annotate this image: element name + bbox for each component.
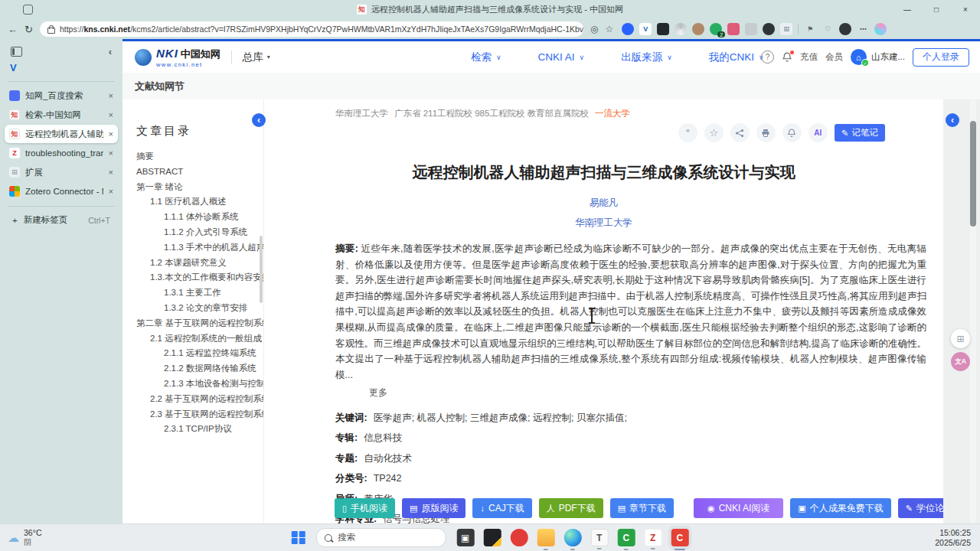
file-explorer-icon[interactable]	[537, 529, 554, 546]
toc-item[interactable]: 1.2 本课题研究意义	[122, 256, 263, 271]
toc-item[interactable]: ABSTRACT	[122, 165, 263, 180]
help-icon[interactable]: ?	[761, 51, 774, 64]
dark-app-extension-icon[interactable]	[657, 23, 669, 35]
task-view-icon[interactable]: ▣	[456, 529, 474, 546]
quick-tools-icon[interactable]: ⊞	[951, 329, 970, 348]
vertical-tabs-icon[interactable]	[11, 47, 22, 57]
alert-bell-icon[interactable]	[782, 123, 802, 142]
favorite-icon[interactable]: ☆	[704, 123, 724, 142]
share-icon[interactable]	[730, 123, 750, 142]
v-workspace-icon[interactable]: V	[0, 60, 122, 78]
toc-item[interactable]: 1.1 医疗机器人概述	[122, 194, 263, 210]
t-app-icon[interactable]: T	[590, 529, 608, 546]
toc-item[interactable]: 第二章 基于互联网的远程控制系统	[122, 316, 263, 331]
edge-browser-icon[interactable]	[564, 529, 581, 546]
tab-baidu-search[interactable]: 知网_百度搜索 ×	[5, 86, 118, 105]
nav-item[interactable]: CNKI AI ∨	[538, 51, 585, 64]
mobile-read-button[interactable]: ▯手机阅读	[335, 498, 395, 518]
ai-icon[interactable]: AI	[808, 123, 828, 142]
pdf-download-button[interactable]: 人PDF下载	[539, 498, 603, 518]
toc-item[interactable]: 1.1.2 介入式引导系统	[122, 225, 263, 240]
collapse-toc-icon[interactable]: ‹	[252, 113, 266, 127]
favorite-page-icon[interactable]: ☆	[605, 24, 613, 34]
toc-item[interactable]: 第一章 绪论	[122, 180, 263, 195]
toc-item[interactable]: 1.1.1 体外诊断系统	[122, 210, 263, 225]
thesis-submit-button[interactable]: ✎学位论文投稿	[898, 498, 943, 518]
url-input[interactable]: https://kns.cnki.net/kcms2/article/abstr…	[40, 21, 583, 37]
dark-cap-extension-icon[interactable]	[763, 23, 775, 35]
notes-app-icon[interactable]	[483, 529, 501, 546]
member-link[interactable]: 会员	[825, 51, 843, 63]
refresh-icon[interactable]: ↻	[24, 24, 33, 34]
page-scrollbar[interactable]	[970, 99, 976, 524]
red-circle-app-icon[interactable]	[510, 529, 528, 546]
tab-translator[interactable]: Z troubleshooting_translator ×	[5, 144, 118, 162]
toolbar-divider[interactable]	[798, 24, 799, 34]
cnki-ai-read-button[interactable]: ◉CNKI AI阅读	[694, 498, 783, 518]
tab-close-icon[interactable]: ×	[109, 187, 113, 196]
org-school[interactable]: 华南理工大学	[335, 108, 388, 119]
notification-bell-icon[interactable]	[782, 52, 792, 63]
nav-item[interactable]: 我的CNKI ∨	[709, 51, 764, 64]
original-read-button[interactable]: ▤原版阅读	[402, 498, 466, 518]
print-icon[interactable]	[756, 123, 776, 142]
more-link[interactable]: 更多	[369, 385, 926, 401]
tab-zotero-connector[interactable]: Zotero Connector - Micros ×	[5, 182, 118, 201]
toc-item[interactable]: 1.1.3 手术中的机器人超声系统	[122, 240, 263, 256]
toc-item[interactable]: 2.3.1 TCP/IP协议	[122, 422, 263, 437]
cnki-logo[interactable]: NKI中国知网 www.cnki.net	[135, 47, 220, 68]
login-button[interactable]: 个人登录	[913, 48, 969, 67]
new-tab-button[interactable]: + 新建标签页 Ctrl+T	[0, 210, 122, 230]
tab-close-icon[interactable]: ×	[109, 91, 113, 100]
taskbar-search[interactable]: 搜索	[315, 528, 446, 547]
toc-item[interactable]: 2.3 基于互联网的远程控制系统...	[122, 407, 263, 422]
lock-icon[interactable]	[47, 28, 55, 34]
taskbar-clock[interactable]: 15:06:25 2025/6/25	[935, 528, 971, 547]
profile-avatar-icon[interactable]	[839, 23, 851, 35]
back-icon[interactable]: ←	[8, 24, 18, 34]
toc-item[interactable]: 2.1.2 数据网络传输系统	[122, 361, 263, 377]
note-button[interactable]: ✎ 记笔记	[835, 124, 885, 142]
blue-circle-extension-icon[interactable]	[622, 23, 634, 35]
maximize-button[interactable]: □	[922, 0, 951, 19]
green-pin-extension-icon[interactable]: 2	[710, 23, 722, 35]
shield-heart-extension-icon[interactable]: ♡	[822, 23, 834, 35]
translate-icon[interactable]: 文A	[951, 352, 970, 371]
caj-viewer-icon[interactable]: C	[671, 529, 688, 546]
green-c-app-icon[interactable]: C	[617, 529, 635, 546]
toc-item[interactable]: 1.3.1 主要工作	[122, 285, 263, 301]
tab-extensions[interactable]: ⊞ 扩展 ×	[5, 163, 118, 181]
tab-close-icon[interactable]: ×	[109, 110, 113, 119]
swirl-extension-icon[interactable]	[675, 23, 687, 35]
v-extension-icon[interactable]: V	[639, 23, 652, 35]
tab-close-icon[interactable]: ×	[109, 148, 113, 158]
library-menu[interactable]: 总库 ▾	[243, 51, 270, 64]
toc-item[interactable]: 摘要	[122, 149, 263, 165]
nav-item[interactable]: 检索 ∨	[471, 51, 501, 64]
pink-extension-icon[interactable]	[727, 23, 740, 35]
tab-article-active[interactable]: 知 远程控制机器人辅助超声扫 ×	[5, 125, 118, 143]
more-menu-icon[interactable]: ⋯	[857, 23, 869, 35]
scrollbar-thumb[interactable]	[970, 121, 976, 227]
topup-link[interactable]: 充值	[800, 51, 818, 63]
reader-mode-icon[interactable]: ◎	[590, 24, 598, 34]
toc-item[interactable]: 2.1.3 本地设备检测与控制系统	[122, 377, 263, 392]
caj-download-button[interactable]: ↓CAJ下载	[472, 498, 531, 518]
toc-item[interactable]: 2.1.1 远程监控终端系统	[122, 346, 263, 361]
puzzle-extension-icon[interactable]: ⊞	[780, 23, 792, 35]
grey-extension-icon[interactable]	[745, 23, 757, 35]
affiliation-link[interactable]: 华南理工大学	[264, 217, 943, 230]
author-link[interactable]: 易能凡	[264, 197, 943, 210]
copilot-icon[interactable]	[874, 23, 887, 35]
zotero-icon[interactable]: Z	[644, 529, 662, 546]
expand-panel-icon[interactable]: ‹	[946, 113, 959, 127]
avatar-extension-icon[interactable]	[692, 23, 704, 35]
workspaces-icon[interactable]	[23, 5, 33, 15]
minimize-button[interactable]: —	[893, 0, 922, 19]
tab-cnki-search[interactable]: 知 检索-中国知网 ×	[5, 106, 118, 124]
institution-badge[interactable]: ⌂ ✓	[851, 49, 867, 65]
toc-scrollbar-thumb[interactable]	[260, 236, 263, 303]
tab-close-icon[interactable]: ×	[109, 168, 113, 177]
weather-widget[interactable]: ☁ 36°C 阴	[8, 529, 41, 546]
nav-item[interactable]: 出版来源 ∨	[621, 51, 672, 64]
